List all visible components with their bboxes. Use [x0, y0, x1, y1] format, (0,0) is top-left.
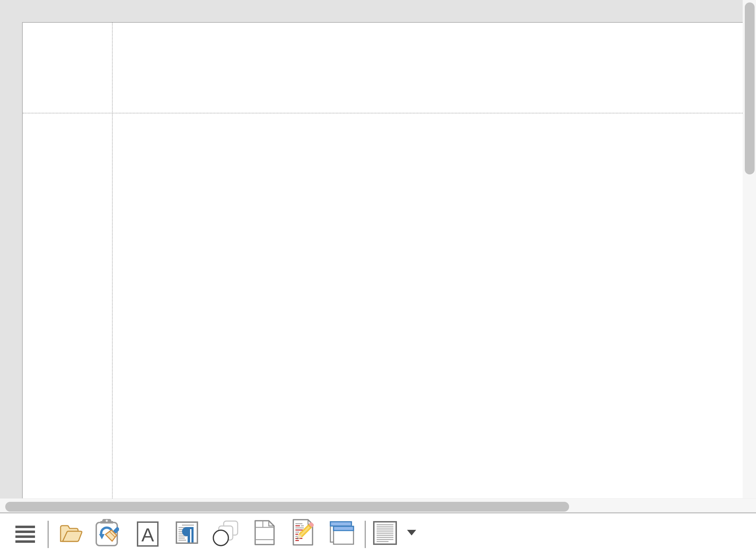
- horizontal-scrollbar-track[interactable]: [0, 498, 756, 512]
- document-page[interactable]: [22, 22, 743, 498]
- draft-view-icon: [373, 521, 397, 545]
- app-window: A: [0, 0, 756, 554]
- vertical-scrollbar-track[interactable]: [743, 0, 756, 512]
- toolbar-divider: [365, 521, 366, 548]
- horizontal-scrollbar-thumb[interactable]: [5, 502, 569, 512]
- chevron-down-icon: [407, 530, 416, 535]
- paste-format-button[interactable]: [95, 518, 119, 548]
- table-gridline-horizontal: [23, 113, 743, 113]
- open-button[interactable]: [58, 522, 84, 543]
- left-gray-band: [0, 22, 22, 498]
- bottom-toolbar: A: [0, 513, 756, 554]
- shapes-icon: [212, 520, 238, 546]
- edit-document-button[interactable]: [293, 519, 316, 546]
- font-icon: A: [137, 521, 159, 547]
- font-glyph: A: [141, 524, 154, 545]
- edit-document-icon: [293, 519, 316, 546]
- clipboard-undo-brush-icon: [95, 518, 119, 548]
- view-menu-button[interactable]: [373, 521, 416, 545]
- font-button[interactable]: A: [137, 521, 159, 547]
- windows-icon: [330, 521, 354, 545]
- vertical-scrollbar-thumb[interactable]: [745, 2, 755, 174]
- open-folder-icon: [58, 522, 84, 543]
- top-gray-band: [0, 0, 743, 22]
- formatting-marks-button[interactable]: [176, 521, 198, 544]
- shapes-button[interactable]: [212, 520, 238, 546]
- toolbar-divider: [48, 521, 49, 548]
- table-gridline-vertical: [112, 23, 113, 498]
- header-footer-icon: [254, 520, 275, 545]
- menu-button[interactable]: [15, 526, 35, 543]
- windows-button[interactable]: [330, 521, 354, 545]
- formatting-marks-icon: [176, 521, 198, 544]
- header-footer-button[interactable]: [254, 520, 275, 545]
